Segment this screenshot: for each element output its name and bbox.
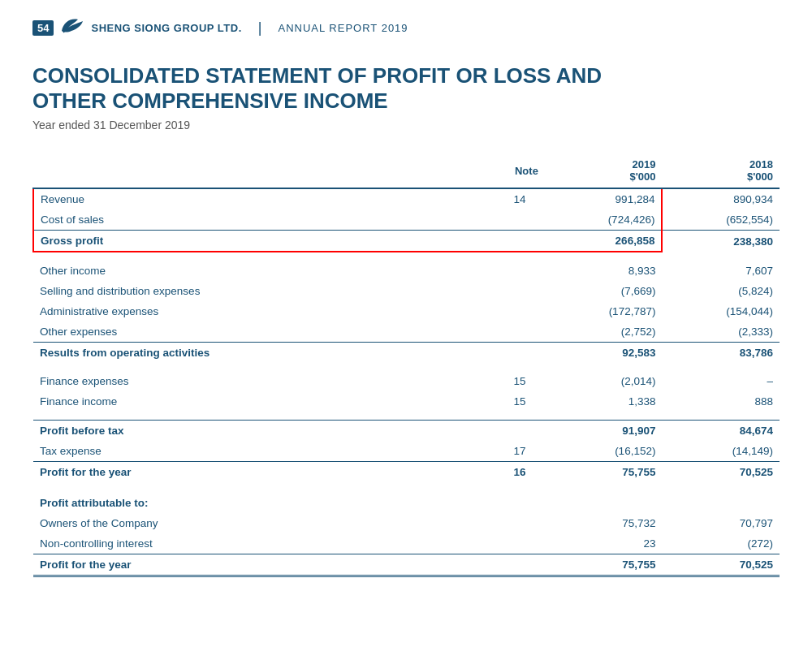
- table-row: Tax expense 17 (16,152) (14,149): [33, 441, 780, 462]
- table-row: Finance income 15 1,338 888: [33, 391, 780, 412]
- row-label: Profit for the year: [33, 462, 495, 483]
- row-note: [495, 343, 545, 364]
- row-2018: 890,934: [662, 188, 780, 209]
- row-2019: (172,787): [545, 301, 663, 321]
- table-header-row: Note 2019 $'000 2018 $'000: [33, 154, 780, 188]
- row-note: [495, 513, 545, 533]
- row-note: 15: [495, 391, 545, 412]
- table-row: Gross profit 266,858 238,380: [33, 231, 780, 252]
- row-note: [495, 281, 545, 301]
- report-subtitle: Year ended 31 December 2019: [32, 119, 780, 132]
- spacer-row: [33, 412, 780, 421]
- row-label: Administrative expenses: [33, 301, 495, 321]
- row-note: [495, 231, 545, 252]
- table-row: Administrative expenses (172,787) (154,0…: [33, 301, 780, 321]
- row-2019: 91,907: [545, 421, 663, 442]
- row-2019: 75,755: [545, 462, 663, 483]
- row-label: Other expenses: [33, 321, 495, 343]
- row-2018: 70,797: [662, 513, 780, 533]
- row-label: Finance expenses: [33, 371, 495, 391]
- page-number: 54: [32, 20, 54, 36]
- row-note: [495, 421, 545, 442]
- row-label: Gross profit: [33, 231, 495, 252]
- row-2019: 75,755: [545, 554, 663, 576]
- row-note: 15: [495, 371, 545, 391]
- row-label: Other income: [33, 261, 495, 281]
- spacer-row: [33, 363, 780, 371]
- row-2019: 991,284: [545, 188, 663, 209]
- row-note: [495, 301, 545, 321]
- table-row: Finance expenses 15 (2,014) –: [33, 371, 780, 391]
- row-2019: 266,858: [545, 231, 663, 252]
- table-row: Non-controlling interest 23 (272): [33, 533, 780, 554]
- row-2019: 8,933: [545, 261, 663, 281]
- row-note: [495, 554, 545, 576]
- col-header-2019: 2019 $'000: [545, 154, 663, 188]
- table-row: Profit attributable to:: [33, 490, 780, 513]
- table-row: Revenue 14 991,284 890,934: [33, 188, 780, 209]
- row-2018: 84,674: [662, 421, 780, 442]
- logo-area: 54 SHENG SIONG GROUP LTD. | ANNUAL REPOR…: [32, 16, 408, 39]
- section-label: Profit attributable to:: [33, 490, 780, 513]
- row-2019: (7,669): [545, 281, 663, 301]
- spacer-row: [33, 482, 780, 490]
- table-row: Profit for the year 16 75,755 70,525: [33, 462, 780, 483]
- table-row: Results from operating activities 92,583…: [33, 343, 780, 364]
- row-2019: (724,426): [545, 209, 663, 231]
- row-2018: (272): [662, 533, 780, 554]
- row-2018: (14,149): [662, 441, 780, 462]
- bird-icon: [60, 16, 84, 39]
- spacer-row: [33, 252, 780, 261]
- row-label: Cost of sales: [33, 209, 495, 231]
- row-2018: (5,824): [662, 281, 780, 301]
- table-row: Profit before tax 91,907 84,674: [33, 421, 780, 442]
- title-line1: CONSOLIDATED STATEMENT OF PROFIT OR LOSS…: [32, 63, 602, 88]
- row-2019: (2,752): [545, 321, 663, 343]
- header-divider: |: [258, 19, 262, 37]
- page-header: 54 SHENG SIONG GROUP LTD. | ANNUAL REPOR…: [32, 16, 780, 39]
- col-header-label: [33, 154, 495, 188]
- row-label: Revenue: [33, 188, 495, 209]
- row-label: Profit before tax: [33, 421, 495, 442]
- table-row: Selling and distribution expenses (7,669…: [33, 281, 780, 301]
- row-2019: 1,338: [545, 391, 663, 412]
- row-note: 16: [495, 462, 545, 483]
- row-2019: 92,583: [545, 343, 663, 364]
- row-note: [495, 321, 545, 343]
- annual-report-label: ANNUAL REPORT 2019: [278, 22, 408, 34]
- col-header-note: Note: [495, 154, 545, 188]
- row-label: Results from operating activities: [33, 343, 495, 364]
- table-row: Profit for the year 75,755 70,525: [33, 554, 780, 576]
- table-row: Owners of the Company 75,732 70,797: [33, 513, 780, 533]
- company-name: SHENG SIONG GROUP LTD.: [91, 22, 241, 34]
- row-label: Tax expense: [33, 441, 495, 462]
- row-2019: (16,152): [545, 441, 663, 462]
- row-label: Selling and distribution expenses: [33, 281, 495, 301]
- row-label: Non-controlling interest: [33, 533, 495, 554]
- row-note: [495, 533, 545, 554]
- title-line2: OTHER COMPREHENSIVE INCOME: [32, 88, 388, 113]
- row-2018: 83,786: [662, 343, 780, 364]
- row-2018: 70,525: [662, 462, 780, 483]
- row-note: 14: [495, 188, 545, 209]
- table-row: Cost of sales (724,426) (652,554): [33, 209, 780, 231]
- row-2018: 238,380: [662, 231, 780, 252]
- row-note: [495, 261, 545, 281]
- row-label: Finance income: [33, 391, 495, 412]
- row-2019: 23: [545, 533, 663, 554]
- row-2018: 70,525: [662, 554, 780, 576]
- table-row: Other expenses (2,752) (2,333): [33, 321, 780, 343]
- row-2018: 7,607: [662, 261, 780, 281]
- row-2018: (652,554): [662, 209, 780, 231]
- row-2018: 888: [662, 391, 780, 412]
- row-label: Owners of the Company: [33, 513, 495, 533]
- financial-table: Note 2019 $'000 2018 $'000 Revenue 14 99…: [32, 154, 780, 577]
- row-2019: 75,732: [545, 513, 663, 533]
- col-header-2018: 2018 $'000: [662, 154, 780, 188]
- table-row: Other income 8,933 7,607: [33, 261, 780, 281]
- row-2018: (2,333): [662, 321, 780, 343]
- row-2019: (2,014): [545, 371, 663, 391]
- row-note: [495, 209, 545, 231]
- row-2018: (154,044): [662, 301, 780, 321]
- row-label: Profit for the year: [33, 554, 495, 576]
